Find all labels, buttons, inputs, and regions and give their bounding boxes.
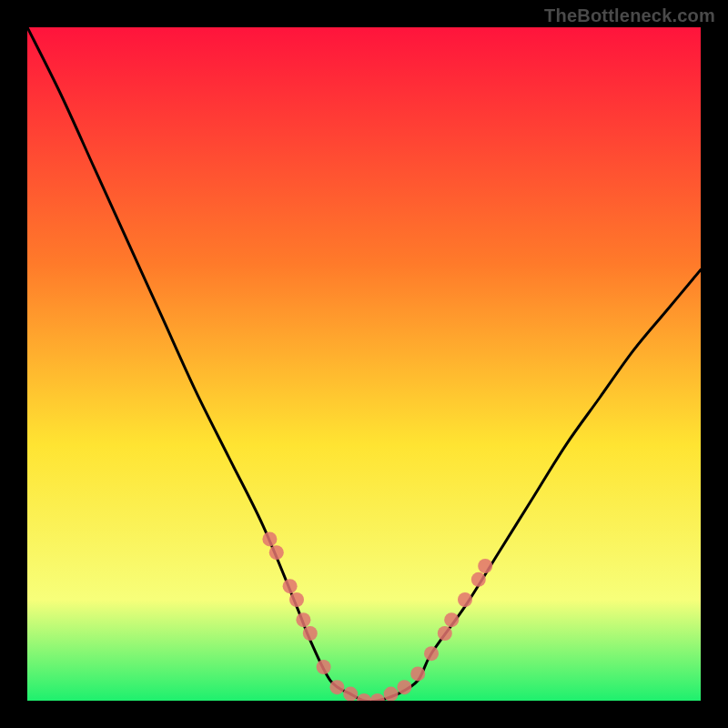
gradient-background xyxy=(27,27,701,701)
chart-svg xyxy=(27,27,701,701)
chart-frame: TheBottleneck.com xyxy=(0,0,728,728)
data-marker xyxy=(438,626,452,641)
data-marker xyxy=(317,660,331,674)
data-marker xyxy=(458,592,472,607)
data-marker xyxy=(283,579,298,593)
watermark-text: TheBottleneck.com xyxy=(544,5,715,26)
data-marker xyxy=(296,612,310,627)
data-marker xyxy=(384,687,399,701)
data-marker xyxy=(343,687,358,701)
data-marker xyxy=(289,592,304,607)
plot-area xyxy=(27,27,701,701)
data-marker xyxy=(424,646,439,661)
data-marker xyxy=(410,666,425,681)
data-marker xyxy=(269,545,284,560)
data-marker xyxy=(329,680,344,694)
data-marker xyxy=(397,680,411,694)
data-marker xyxy=(478,559,492,573)
data-marker xyxy=(262,531,277,546)
data-marker xyxy=(471,572,486,587)
data-marker xyxy=(444,612,459,627)
data-marker xyxy=(303,626,318,641)
